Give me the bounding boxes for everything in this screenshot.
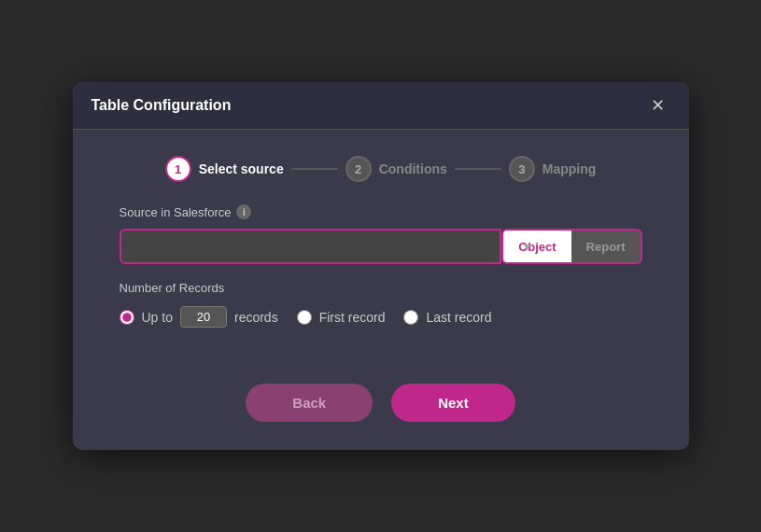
step-connector-2-3 — [455, 168, 501, 170]
close-button[interactable]: ✕ — [645, 95, 670, 116]
upto-number-input[interactable] — [180, 306, 227, 328]
radio-last-option[interactable]: Last record — [403, 310, 491, 325]
records-options: Up to records First record Last record — [120, 306, 642, 328]
toggle-group: Object Report — [501, 229, 641, 264]
modal-overlay: Table Configuration ✕ 1 Select source 2 … — [0, 0, 761, 532]
radio-first-input[interactable] — [297, 310, 312, 325]
source-field-label: Source in Salesforce i — [120, 204, 642, 219]
source-dropdown[interactable] — [120, 229, 502, 264]
toggle-object-button[interactable]: Object — [503, 231, 571, 262]
modal-header: Table Configuration ✕ — [73, 82, 689, 130]
step-1-label: Select source — [199, 161, 284, 176]
modal-footer: Back Next — [73, 346, 689, 450]
modal-body: Source in Salesforce i ▾ Object Report N… — [73, 204, 689, 346]
step-1[interactable]: 1 Select source — [165, 156, 284, 182]
source-row: ▾ Object Report — [120, 229, 642, 264]
step-3[interactable]: 3 Mapping — [509, 156, 597, 182]
radio-upto-option[interactable]: Up to records — [120, 306, 278, 328]
step-3-label: Mapping — [543, 161, 597, 176]
modal-title: Table Configuration — [92, 97, 232, 114]
back-button[interactable]: Back — [246, 384, 373, 422]
step-connector-1-2 — [291, 168, 338, 170]
toggle-report-button[interactable]: Report — [571, 231, 641, 262]
step-1-circle: 1 — [165, 156, 191, 182]
table-config-modal: Table Configuration ✕ 1 Select source 2 … — [73, 82, 689, 450]
info-badge: i — [236, 204, 251, 219]
step-2[interactable]: 2 Conditions — [345, 156, 447, 182]
radio-upto-input[interactable] — [120, 310, 134, 325]
step-3-circle: 3 — [509, 156, 535, 182]
steps-nav: 1 Select source 2 Conditions 3 Mapping — [73, 130, 689, 204]
step-2-circle: 2 — [345, 156, 372, 182]
radio-last-input[interactable] — [403, 310, 418, 325]
records-label: Number of Records — [120, 281, 642, 295]
radio-first-option[interactable]: First record — [297, 310, 386, 325]
step-2-label: Conditions — [379, 161, 447, 176]
next-button[interactable]: Next — [391, 384, 515, 422]
